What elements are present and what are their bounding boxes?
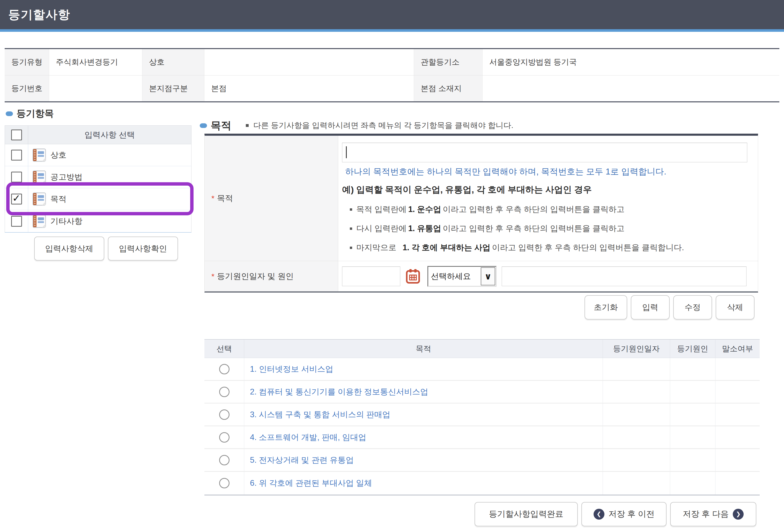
registry-office-label: 관할등기소	[414, 49, 482, 75]
text-caret	[346, 146, 347, 158]
guide-example-title: 예) 입력할 목적이 운수업, 유통업, 각 호에 부대하는 사업인 경우	[342, 184, 758, 196]
registration-items-menu: 입력사항 선택 상호 공고방법 목적	[5, 125, 192, 233]
notebook-icon	[32, 148, 46, 162]
cause-field-label: * 등기원인일자 및 원인	[205, 261, 338, 291]
cause-text-input[interactable]	[502, 267, 747, 286]
table-row: 1. 인터넷정보 서비스업	[204, 358, 760, 381]
circle-arrow-right-icon: ❯	[733, 509, 744, 520]
col-cause: 등기원인	[670, 340, 716, 358]
row-radio[interactable]	[219, 387, 229, 397]
menu-link-mokjeok[interactable]: 목적	[28, 188, 191, 210]
cause-select[interactable]: 선택하세요 ∨	[427, 266, 497, 287]
guide-bullet-2: 다시 입력란에 1. 유통업 이라고 입력한 후 우측 하단의 입력버튼을 클릭…	[342, 223, 758, 234]
col-select: 선택	[204, 340, 244, 358]
cause-select-value: 선택하세요	[428, 267, 480, 286]
branch-type-label: 본지점구분	[142, 76, 204, 101]
registration-info-table: 등기유형 주식회사변경등기 상호 관할등기소 서울중앙지방법원 등기국 등기번호…	[5, 48, 779, 102]
circle-arrow-left-icon: ❮	[593, 509, 605, 520]
company-name-label: 상호	[142, 49, 204, 75]
dot-icon	[246, 124, 249, 127]
required-asterisk: *	[212, 194, 215, 203]
complete-registration-button[interactable]: 등기할사항입력완료	[475, 502, 578, 526]
sidebar-section-title: 등기항목	[6, 107, 54, 120]
row-radio[interactable]	[219, 364, 229, 374]
delete-items-button[interactable]: 입력사항삭제	[34, 237, 104, 261]
bullet-square-icon	[350, 246, 352, 249]
checkbox-gita[interactable]	[11, 216, 22, 227]
row-radio[interactable]	[219, 455, 229, 465]
hq-location-label: 본점 소재지	[414, 76, 482, 101]
sidebar-item-gita: 기타사항	[5, 210, 191, 232]
sidebar-item-mokjeok: 목적	[5, 188, 191, 210]
reg-type-label: 등기유형	[5, 49, 49, 75]
purpose-table-header: 선택 목적 등기원인일자 등기원인 말소여부	[204, 339, 760, 358]
purpose-link[interactable]: 1. 인터넷정보 서비스업	[244, 364, 333, 375]
menu-link-gonggo[interactable]: 공고방법	[28, 166, 191, 188]
row-radio[interactable]	[219, 432, 229, 443]
info-row-1: 등기유형 주식회사변경등기 상호 관할등기소 서울중앙지방법원 등기국	[5, 49, 779, 75]
checkbox-mokjeok[interactable]	[11, 194, 22, 205]
menu-link-gita[interactable]: 기타사항	[28, 210, 191, 232]
select-all-checkbox[interactable]	[11, 129, 22, 140]
header-accent-line	[0, 29, 784, 32]
col-purpose: 목적	[244, 340, 603, 358]
bullet-pill-icon	[6, 111, 13, 116]
menu-link-sangho[interactable]: 상호	[28, 144, 191, 166]
calendar-icon[interactable]	[406, 269, 420, 284]
row-radio[interactable]	[219, 410, 229, 420]
menu-item-label: 기타사항	[51, 216, 83, 227]
reg-type-value: 주식회사변경등기	[49, 49, 142, 75]
purpose-section-title: 목적 다른 등기사항을 입력하시려면 좌측 메뉴의 각 등기항목을 클릭해야 합…	[200, 118, 513, 132]
menu-item-label: 목적	[51, 194, 66, 205]
table-row: 2. 컴퓨터 및 통신기기를 이용한 정보통신서비스업	[204, 381, 760, 404]
purpose-title-text: 목적	[211, 118, 231, 132]
notebook-icon	[32, 192, 46, 206]
save-previous-button[interactable]: ❮ 저장 후 이전	[581, 502, 667, 526]
bullet-pill-icon	[200, 123, 207, 128]
enter-button[interactable]: 입력	[631, 295, 670, 320]
bullet-square-icon	[350, 208, 352, 211]
delete-button[interactable]: 삭제	[716, 295, 755, 320]
notebook-icon	[32, 170, 46, 184]
save-next-button[interactable]: 저장 후 다음 ❯	[670, 502, 756, 526]
footer-buttons: 등기할사항입력완료 ❮ 저장 후 이전 저장 후 다음 ❯	[204, 502, 756, 526]
menu-header-label: 입력사항 선택	[28, 126, 191, 144]
cause-date-input[interactable]	[342, 267, 400, 286]
purpose-link[interactable]: 6. 위 각호에 관련된 부대사업 일체	[244, 478, 372, 489]
sidebar-item-gonggo: 공고방법	[5, 166, 191, 188]
modify-button[interactable]: 수정	[673, 295, 712, 320]
guide-bullet-3: 마지막으로 1. 각 호에 부대하는 사업 이라고 입력한 후 우측 하단의 입…	[342, 242, 758, 253]
chevron-down-icon: ∨	[481, 267, 495, 286]
reg-number-value	[49, 76, 142, 101]
col-cause-date: 등기원인일자	[603, 340, 670, 358]
purpose-link[interactable]: 3. 시스템 구축 및 통합 서비스의 판매업	[244, 409, 390, 420]
menu-item-label: 상호	[51, 150, 66, 160]
purpose-list-table: 선택 목적 등기원인일자 등기원인 말소여부 1. 인터넷정보 서비스업 2. …	[204, 339, 760, 496]
purpose-link[interactable]: 2. 컴퓨터 및 통신기기를 이용한 정보통신서비스업	[244, 386, 428, 397]
confirm-items-button[interactable]: 입력사항확인	[108, 237, 178, 261]
row-radio[interactable]	[219, 478, 229, 488]
table-row: 6. 위 각호에 관련된 부대사업 일체	[204, 472, 760, 495]
form-action-buttons: 초기화 입력 수정 삭제	[204, 295, 755, 320]
menu-header-row: 입력사항 선택	[5, 126, 191, 144]
table-row: 4. 소프트웨어 개발, 판매, 임대업	[204, 426, 760, 449]
purpose-link[interactable]: 5. 전자상거래 및 관련 유통업	[244, 455, 354, 466]
registration-items-page: 등기할사항 등기유형 주식회사변경등기 상호 관할등기소 서울중앙지방법원 등기…	[0, 0, 784, 532]
menu-item-label: 공고방법	[51, 172, 83, 182]
sidebar-item-sangho: 상호	[5, 144, 191, 166]
purpose-link[interactable]: 4. 소프트웨어 개발, 판매, 임대업	[244, 432, 366, 443]
purpose-input[interactable]	[342, 143, 747, 162]
reset-button[interactable]: 초기화	[585, 295, 627, 320]
checkbox-gonggo[interactable]	[11, 172, 22, 182]
hq-location-value	[482, 76, 779, 101]
registry-office-value: 서울중앙지방법원 등기국	[482, 49, 779, 75]
purpose-section-note: 다른 등기사항을 입력하시려면 좌측 메뉴의 각 등기항목을 클릭해야 합니다.	[253, 120, 513, 131]
sidebar-title-text: 등기항목	[17, 107, 54, 120]
company-name-value	[204, 49, 414, 75]
checkbox-sangho[interactable]	[11, 150, 22, 160]
reg-number-label: 등기번호	[5, 76, 49, 101]
table-row: 3. 시스템 구축 및 통합 서비스의 판매업	[204, 404, 760, 426]
guide-bullet-1: 목적 입력란에 1. 운수업 이라고 입력한 후 우측 하단의 입력버튼을 클릭…	[342, 204, 758, 215]
page-header: 등기할사항	[0, 0, 784, 29]
page-title: 등기할사항	[8, 7, 71, 23]
